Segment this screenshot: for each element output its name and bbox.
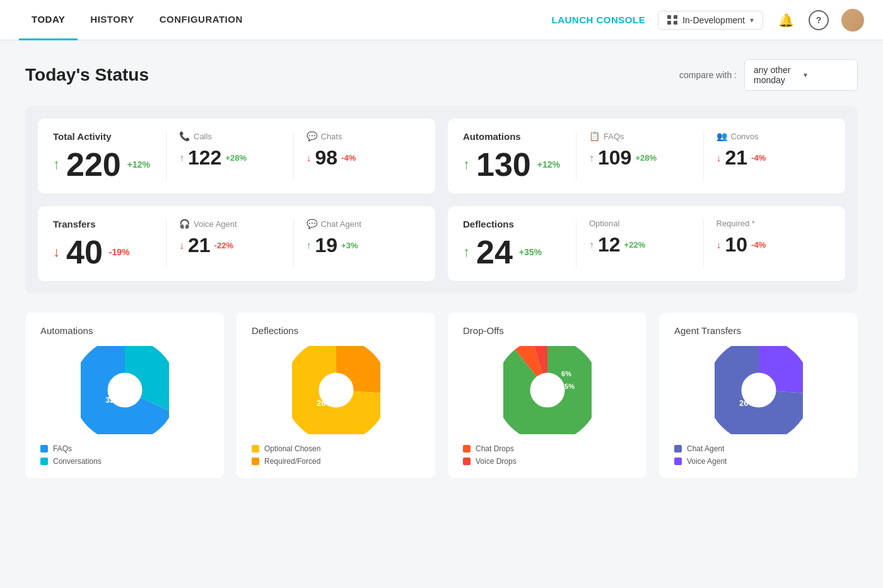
required-forced-label: Required/Forced: [264, 457, 320, 466]
legend-optional-chosen: Optional Chosen: [252, 444, 420, 453]
notifications-icon[interactable]: 🔔: [776, 10, 796, 30]
svg-text:26%: 26%: [316, 398, 332, 408]
compare-chevron: ▾: [804, 71, 848, 79]
grid-icon: [667, 15, 677, 25]
deflections-chart-legend: Optional Chosen Required/Forced: [252, 444, 420, 466]
deflections-main: Deflections ↑ 24 +35%: [463, 219, 576, 268]
tab-history[interactable]: HISTORY: [78, 0, 146, 40]
calls-sub-card: 📞 Calls ↑ 122 +28%: [167, 131, 294, 181]
chat-agent-label: 💬 Chat Agent: [307, 219, 408, 229]
compare-label: compare with :: [679, 70, 737, 80]
chats-icon: 💬: [307, 131, 317, 141]
chat-agent-arrow: ↑: [307, 240, 312, 251]
dropoffs-pie-chart: 89% 6% 5%: [503, 346, 592, 434]
deflections-value-row: ↑ 24 +35%: [463, 236, 563, 268]
svg-text:32%: 32%: [105, 395, 121, 405]
total-activity-main: Total Activity ↑ 220 +12%: [53, 131, 167, 181]
calls-arrow: ↑: [179, 153, 184, 164]
legend-conversations: Conversations: [40, 457, 209, 466]
svg-text:89%: 89%: [532, 388, 549, 397]
convos-arrow: ↓: [716, 153, 722, 164]
required-forced-dot: [252, 458, 259, 465]
convos-value-row: ↓ 21 -4%: [716, 146, 818, 170]
transfers-label: Transfers: [53, 219, 153, 229]
automations-chart-card: Automations 68% 32% FAQs Conversations: [25, 313, 224, 478]
deflections-change: +35%: [519, 247, 542, 257]
avatar-image: [841, 9, 864, 32]
voice-agent-sub-card: 🎧 Voice Agent ↓ 21 -22%: [167, 219, 294, 268]
compare-dropdown[interactable]: any other monday ▾: [744, 59, 858, 91]
agent-transfers-chart-legend: Chat Agent Voice Agent: [674, 444, 843, 466]
chat-agent-legend-label: Chat Agent: [687, 444, 724, 453]
automations-value-row: ↑ 130 +12%: [463, 148, 563, 181]
required-label: Required *: [716, 219, 818, 228]
automations-number: 130: [476, 148, 531, 181]
calls-label: 📞 Calls: [179, 131, 281, 141]
voice-agent-dot: [674, 458, 682, 465]
deflections-chart-card: Deflections 74% 26% Optional Chosen Req: [237, 313, 435, 478]
voice-agent-number: 21: [188, 234, 211, 257]
optional-value-row: ↑ 12 +22%: [589, 233, 691, 257]
tab-configuration[interactable]: CONFIGURATION: [147, 0, 255, 40]
faqs-number: 109: [598, 146, 631, 170]
svg-text:74%: 74%: [335, 378, 351, 387]
faqs-legend-dot: [40, 445, 48, 453]
automations-chart-legend: FAQs Conversations: [40, 444, 209, 466]
chats-value-row: ↓ 98 -4%: [307, 146, 408, 170]
deflections-number: 24: [476, 236, 513, 268]
chats-change: -4%: [341, 153, 356, 163]
launch-console-link[interactable]: LAUNCH CONSOLE: [552, 14, 646, 25]
required-value-row: ↓ 10 -4%: [716, 233, 818, 257]
calls-change: +28%: [225, 153, 247, 163]
chat-agent-value-row: ↑ 19 +3%: [307, 234, 408, 257]
faqs-change: +28%: [635, 153, 657, 163]
optional-label: Optional: [589, 219, 691, 228]
total-activity-value-row: ↑ 220 +12%: [53, 148, 153, 181]
deflections-chart-container: 74% 26%: [252, 346, 420, 434]
legend-voice-drops: Voice Drops: [463, 457, 631, 466]
user-avatar[interactable]: [841, 9, 864, 32]
tab-today[interactable]: TODAY: [19, 0, 78, 40]
calls-icon: 📞: [179, 131, 190, 141]
total-activity-change: +12%: [127, 159, 150, 170]
env-selector[interactable]: In-Development ▾: [658, 11, 763, 30]
voice-agent-change: -22%: [214, 241, 233, 250]
agent-transfers-chart-container: 74% 26%: [674, 346, 843, 434]
legend-required-forced: Required/Forced: [252, 457, 420, 466]
voice-agent-legend-label: Voice Agent: [687, 457, 727, 466]
transfers-card: Transfers ↓ 40 -19% 🎧 Voice Agent: [38, 206, 435, 281]
page-content: Today's Status compare with : any other …: [0, 40, 883, 497]
optional-change: +22%: [624, 240, 646, 250]
header-right: LAUNCH CONSOLE In-Development ▾ 🔔 ?: [552, 9, 865, 32]
optional-sub-card: Optional ↑ 12 +22%: [576, 219, 704, 268]
optional-chosen-label: Optional Chosen: [264, 444, 320, 453]
faqs-sub-card: 📋 FAQs ↑ 109 +28%: [576, 131, 704, 181]
dropoffs-chart-legend: Chat Drops Voice Drops: [463, 444, 631, 466]
dropoffs-chart-container: 89% 6% 5%: [463, 346, 631, 434]
transfers-number: 40: [66, 236, 103, 268]
legend-faqs: FAQs: [40, 444, 209, 453]
chat-drops-label: Chat Drops: [476, 444, 514, 453]
svg-text:5%: 5%: [564, 383, 575, 390]
transfers-value-row: ↓ 40 -19%: [53, 236, 153, 268]
env-label: In-Development: [682, 15, 745, 25]
legend-voice-agent: Voice Agent: [674, 457, 843, 466]
help-icon[interactable]: ?: [809, 10, 829, 30]
automations-chart-title: Automations: [40, 325, 209, 336]
deflections-arrow: ↑: [463, 244, 470, 260]
chat-agent-number: 19: [315, 234, 338, 257]
automations-chart-container: 68% 32%: [40, 346, 209, 434]
agent-transfers-chart-card: Agent Transfers 74% 26% Chat Agent Voic: [659, 313, 858, 478]
charts-section: Automations 68% 32% FAQs Conversations: [25, 313, 858, 478]
voice-agent-arrow: ↓: [179, 240, 184, 251]
deflections-chart-title: Deflections: [252, 325, 420, 336]
transfers-sub-cards: 🎧 Voice Agent ↓ 21 -22% 💬 Chat Agent: [167, 219, 420, 268]
svg-text:74%: 74%: [757, 378, 774, 387]
dropoffs-chart-title: Drop-Offs: [463, 325, 631, 336]
convos-sub-card: 👥 Convos ↓ 21 -4%: [704, 131, 831, 181]
faqs-legend-label: FAQs: [53, 444, 72, 453]
automations-card: Automations ↑ 130 +12% 📋 FAQs ↑: [448, 118, 845, 193]
agent-transfers-chart-title: Agent Transfers: [674, 325, 843, 336]
nav-tabs: TODAY HISTORY CONFIGURATION: [19, 0, 255, 40]
legend-chat-agent: Chat Agent: [674, 444, 843, 453]
